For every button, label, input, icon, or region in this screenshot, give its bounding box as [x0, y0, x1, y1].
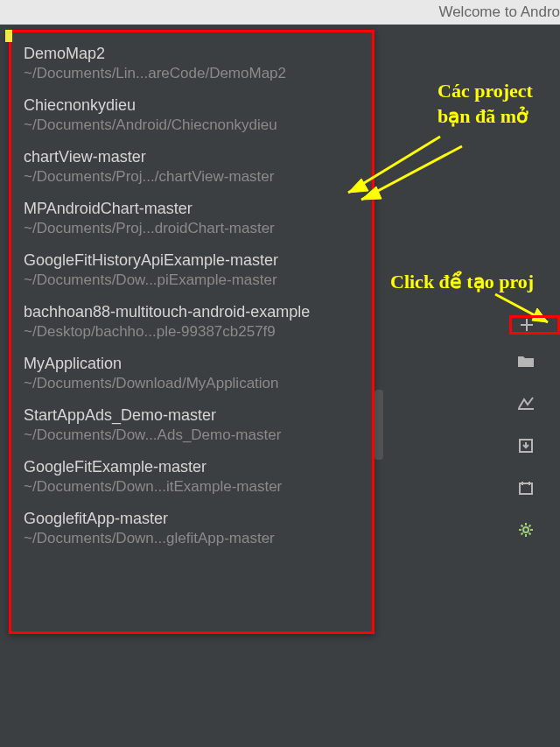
- import-project-button[interactable]: [516, 436, 560, 455]
- project-name: Chiecnonkydieu: [24, 96, 360, 115]
- project-name: GoogleFitHistoryApiExample-master: [24, 251, 360, 270]
- project-path: ~/Documents/Dow...piExample-master: [24, 271, 360, 289]
- annotation-opened-projects: Các projectbạn đã mở: [438, 79, 560, 129]
- project-item[interactable]: GoogleFitHistoryApiExample-master ~/Docu…: [11, 246, 372, 298]
- plus-icon: [517, 315, 536, 335]
- project-item[interactable]: DemoMap2 ~/Documents/Lin...areCode/DemoM…: [11, 39, 372, 91]
- project-item[interactable]: Chiecnonkydieu ~/Documents/Android/Chiec…: [11, 91, 372, 143]
- import-sample-button[interactable]: [516, 478, 560, 497]
- project-path: ~/Documents/Android/Chiecnonkydieu: [24, 116, 360, 134]
- project-item[interactable]: GooglefitApp-master ~/Documents/Down...g…: [11, 504, 372, 556]
- sample-icon: [516, 478, 536, 497]
- project-path: ~/Documents/Lin...areCode/DemoMap2: [24, 65, 360, 82]
- project-path: ~/Documents/Dow...Ads_Demo-master: [24, 426, 360, 444]
- project-path: ~/Documents/Down...glefitApp-master: [24, 530, 360, 547]
- window-title: Welcome to Andro: [438, 4, 560, 21]
- project-name: MyApplication: [24, 355, 360, 373]
- checkout-vcs-button[interactable]: [516, 394, 560, 413]
- right-panel: Các projectbạn đã mở Click để tạo proj: [374, 25, 560, 747]
- yellow-marker: [5, 30, 12, 42]
- titlebar: Welcome to Andro: [0, 0, 560, 25]
- svg-marker-3: [361, 187, 382, 200]
- folder-icon: [516, 352, 536, 371]
- project-item[interactable]: GoogleFitExample-master ~/Documents/Down…: [11, 453, 372, 504]
- project-item[interactable]: MPAndroidChart-master ~/Documents/Proj..…: [11, 194, 372, 246]
- new-project-button[interactable]: [509, 315, 560, 335]
- project-path: ~/Documents/Download/MyApplication: [24, 375, 360, 392]
- project-path: ~/Documents/Down...itExample-master: [24, 478, 360, 496]
- open-project-button[interactable]: [516, 352, 560, 371]
- project-item[interactable]: chartView-master ~/Documents/Proj.../cha…: [11, 143, 372, 194]
- project-path: ~/Documents/Proj.../chartView-master: [24, 168, 360, 186]
- recent-projects-list: DemoMap2 ~/Documents/Lin...areCode/DemoM…: [9, 30, 374, 634]
- quick-actions: [516, 315, 560, 562]
- project-name: bachhoan88-multitouch-android-example: [24, 303, 360, 321]
- project-item[interactable]: bachhoan88-multitouch-android-example ~/…: [11, 298, 372, 349]
- project-name: MPAndroidChart-master: [24, 200, 360, 218]
- project-name: GooglefitApp-master: [24, 510, 360, 528]
- project-path: ~/Documents/Proj...droidChart-master: [24, 220, 360, 237]
- project-name: DemoMap2: [24, 45, 360, 63]
- project-name: chartView-master: [24, 148, 360, 166]
- import-icon: [516, 436, 536, 455]
- svg-point-8: [523, 527, 528, 532]
- project-item[interactable]: StartAppAds_Demo-master ~/Documents/Dow.…: [11, 401, 372, 453]
- configure-button[interactable]: [516, 520, 560, 539]
- gear-icon: [516, 520, 536, 539]
- arrow-annotation-icon: [348, 143, 497, 230]
- project-path: ~/Desktop/bachho...ple-99387cb257f9: [24, 323, 360, 341]
- project-name: GoogleFitExample-master: [24, 458, 360, 476]
- project-name: StartAppAds_Demo-master: [24, 406, 360, 425]
- vcs-icon: [516, 394, 536, 413]
- project-item[interactable]: MyApplication ~/Documents/Download/MyApp…: [11, 349, 372, 401]
